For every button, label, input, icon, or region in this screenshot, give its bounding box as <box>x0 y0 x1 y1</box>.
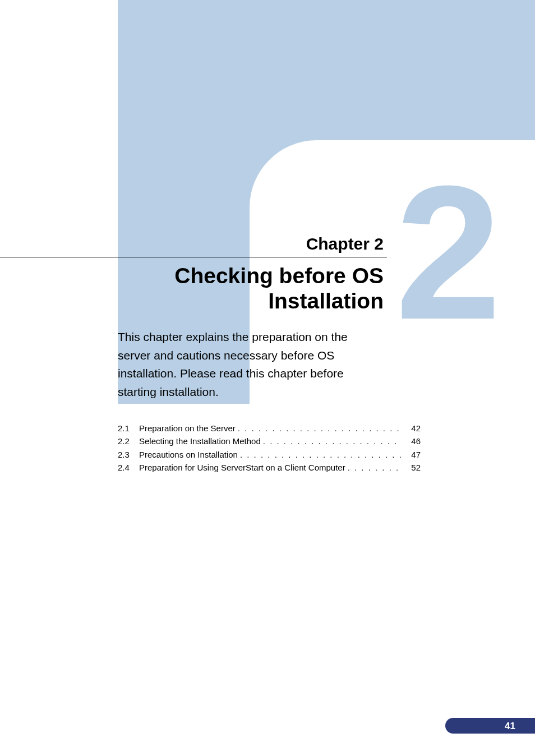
toc-row: 2.3 Precautions on Installation . . . . … <box>118 448 421 461</box>
divider-line <box>0 257 387 257</box>
toc-page-number: 46 <box>401 435 421 448</box>
toc-leader-dots: . . . . . . . . . . . . . . . . . . . . … <box>238 448 401 461</box>
toc-section-title: Preparation for Using ServerStart on a C… <box>139 461 345 474</box>
toc-page-number: 52 <box>401 461 421 474</box>
toc-section-title: Selecting the Installation Method <box>139 435 261 448</box>
table-of-contents: 2.1 Preparation on the Server . . . . . … <box>118 422 421 474</box>
chapter-big-number: 2 <box>395 157 501 348</box>
toc-page-number: 47 <box>401 448 421 461</box>
toc-row: 2.4 Preparation for Using ServerStart on… <box>118 461 421 474</box>
toc-leader-dots: . . . . . . . . . . . . . . . . . . . . … <box>345 461 401 474</box>
chapter-label: Chapter 2 <box>306 234 384 253</box>
toc-leader-dots: . . . . . . . . . . . . . . . . . . . . … <box>236 422 401 435</box>
toc-page-number: 42 <box>401 422 421 435</box>
chapter-intro: This chapter explains the preparation on… <box>118 328 381 401</box>
toc-section-number: 2.2 <box>118 435 139 448</box>
toc-section-title: Preparation on the Server <box>139 422 236 435</box>
page-number-badge <box>445 718 535 734</box>
toc-row: 2.1 Preparation on the Server . . . . . … <box>118 422 421 435</box>
chapter-title: Checking before OS Installation <box>103 264 384 314</box>
toc-row: 2.2 Selecting the Installation Method . … <box>118 435 421 448</box>
toc-leader-dots: . . . . . . . . . . . . . . . . . . . . … <box>261 435 401 448</box>
toc-section-title: Precautions on Installation <box>139 448 238 461</box>
page-number: 41 <box>505 721 515 732</box>
toc-section-number: 2.4 <box>118 461 139 474</box>
toc-section-number: 2.1 <box>118 422 139 435</box>
toc-section-number: 2.3 <box>118 448 139 461</box>
